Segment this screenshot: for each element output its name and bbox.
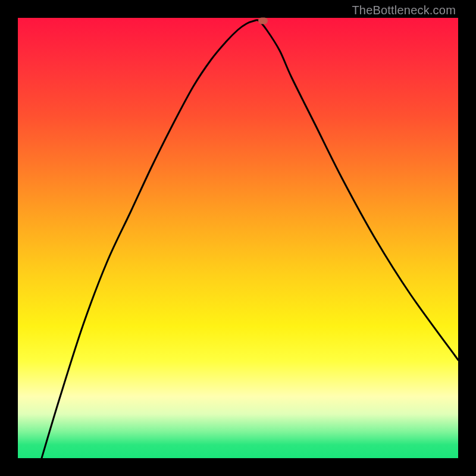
minimum-marker [258, 18, 268, 24]
curve-svg [18, 18, 458, 458]
watermark-text: TheBottleneck.com [352, 4, 456, 17]
bottleneck-curve-path [42, 20, 458, 458]
chart-frame: TheBottleneck.com [0, 0, 476, 476]
plot-area [18, 18, 458, 458]
